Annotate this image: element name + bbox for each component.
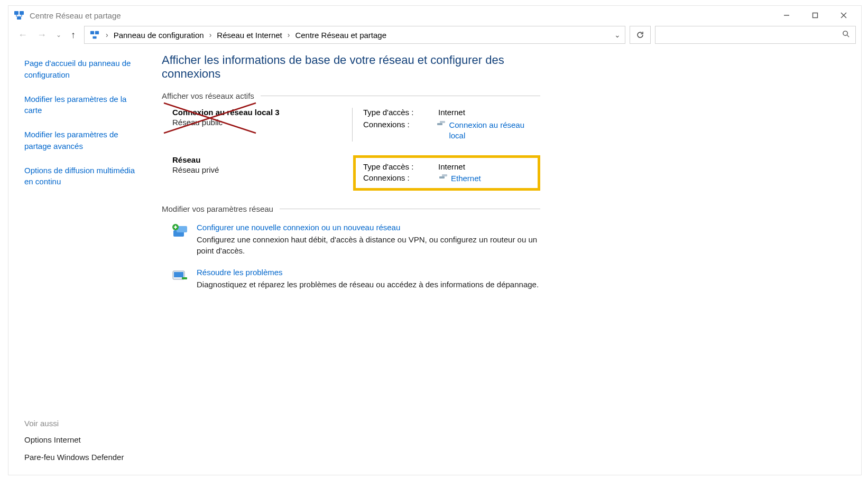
ethernet-icon [436, 120, 446, 127]
see-also-internet-options[interactable]: Options Internet [24, 434, 145, 446]
svg-rect-1 [20, 11, 24, 15]
action-description: Configurez une connexion haut débit, d'a… [197, 234, 540, 256]
change-settings-heading: Modifier vos paramètres réseau [162, 204, 540, 213]
sidebar-link-control-panel-home[interactable]: Page d'accueil du panneau de configurati… [24, 58, 145, 81]
active-networks-heading: Afficher vos réseaux actifs [162, 91, 540, 100]
network-block: Réseau Réseau privé Type d'accès : Inter… [162, 155, 540, 191]
svg-rect-22 [174, 272, 183, 277]
back-button[interactable]: ← [18, 30, 27, 41]
connection-link[interactable]: Connexion au réseau local [449, 120, 540, 142]
breadcrumb-item[interactable]: Réseau et Internet [217, 31, 282, 40]
see-also-windows-defender-firewall[interactable]: Pare-feu Windows Defender [24, 452, 145, 463]
connections-label: Connexions : [363, 120, 436, 129]
network-name: Réseau [172, 155, 352, 164]
action-troubleshoot: Résoudre les problèmes Diagnostiquez et … [162, 266, 540, 299]
search-box[interactable] [655, 26, 856, 44]
svg-rect-14 [437, 123, 442, 125]
network-name: Connexion au réseau local 3 [172, 108, 352, 117]
refresh-button[interactable] [630, 26, 651, 44]
maximize-button[interactable] [801, 6, 829, 25]
address-box[interactable]: › Panneau de configuration › Réseau et I… [84, 26, 625, 44]
svg-rect-17 [442, 174, 447, 176]
svg-rect-2 [17, 17, 21, 20]
main-content: Afficher les informations de base de vot… [154, 48, 556, 475]
network-block: Connexion au réseau local 3 Réseau publi… [162, 108, 540, 142]
svg-rect-4 [813, 13, 818, 18]
window-title: Centre Réseau et partage [30, 11, 121, 20]
access-type-label: Type d'accès : [363, 162, 438, 171]
svg-line-11 [847, 35, 849, 37]
access-type-value: Internet [438, 162, 465, 171]
breadcrumb-item[interactable]: Panneau de configuration [114, 31, 204, 40]
breadcrumb-item[interactable]: Centre Réseau et partage [295, 31, 386, 40]
chevron-right-icon: › [209, 31, 212, 39]
svg-rect-0 [14, 11, 19, 15]
recent-locations-dropdown[interactable]: ⌄ [56, 31, 61, 39]
address-dropdown[interactable]: ⌄ [614, 31, 621, 39]
sidebar-link-adapter-settings[interactable]: Modifier les paramètres de la carte [24, 93, 145, 117]
search-icon [842, 30, 850, 40]
access-type-value: Internet [438, 108, 465, 117]
svg-point-10 [843, 31, 847, 35]
action-link-new-connection[interactable]: Configurer une nouvelle connexion ou un … [197, 223, 400, 232]
connection-link[interactable]: Ethernet [451, 173, 481, 184]
network-center-icon [12, 10, 26, 21]
ethernet-icon [438, 173, 448, 181]
connections-label: Connexions : [363, 173, 438, 182]
svg-rect-9 [93, 36, 96, 39]
page-title: Afficher les informations de base de vot… [162, 53, 540, 81]
see-also-heading: Voir aussi [24, 419, 145, 428]
minimize-button[interactable] [772, 6, 801, 25]
svg-rect-23 [182, 277, 187, 279]
sidebar-link-advanced-sharing[interactable]: Modifier les paramètres de partage avanc… [24, 129, 145, 152]
network-center-icon [89, 29, 100, 41]
up-button[interactable]: ↑ [71, 30, 76, 41]
app-window: Centre Réseau et partage ← → ⌄ ↑ [8, 5, 862, 475]
network-category: Réseau public [172, 118, 352, 127]
sidebar-link-media-streaming[interactable]: Options de diffusion multimédia en conti… [24, 165, 145, 188]
sidebar: Page d'accueil du panneau de configurati… [8, 48, 154, 475]
forward-button[interactable]: → [37, 30, 47, 41]
titlebar: Centre Réseau et partage [8, 6, 861, 25]
svg-rect-16 [439, 176, 445, 179]
action-link-troubleshoot[interactable]: Résoudre les problèmes [197, 268, 283, 277]
chevron-right-icon: › [106, 31, 108, 39]
action-description: Diagnostiquez et réparez les problèmes d… [197, 279, 539, 290]
action-new-connection: Configurer une nouvelle connexion ou un … [162, 221, 540, 266]
new-connection-icon [171, 223, 188, 240]
troubleshoot-icon [171, 268, 188, 285]
close-button[interactable] [829, 6, 858, 25]
access-type-label: Type d'accès : [363, 108, 438, 117]
address-bar-row: ← → ⌄ ↑ › Panneau de configuration › Rés… [8, 25, 861, 48]
chevron-right-icon: › [288, 31, 290, 39]
svg-rect-7 [90, 31, 94, 34]
svg-rect-8 [95, 31, 99, 34]
network-category: Réseau privé [172, 165, 352, 174]
svg-rect-15 [440, 121, 445, 123]
highlight-annotation: Type d'accès : Internet Connexions : Eth… [353, 155, 540, 191]
